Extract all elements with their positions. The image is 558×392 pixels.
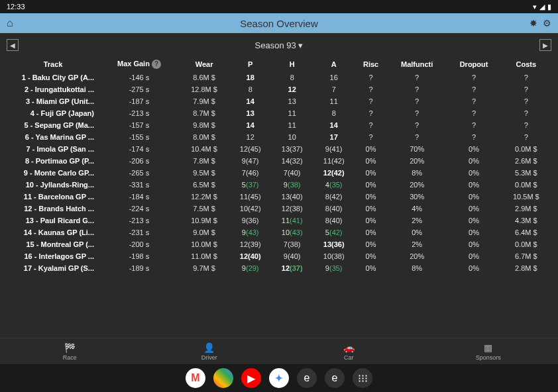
nav-race[interactable]: 🏁 Race — [0, 338, 140, 364]
system-dock: M ▶ ✦ e e ⁝⁝⁝ — [0, 364, 558, 392]
table-row[interactable]: 5 - Sepang GP (Ma... -157 s 9.8M $ 14 11… — [7, 119, 551, 131]
cell-p: 9(36) — [229, 215, 271, 226]
cell-p: 9(47) — [229, 155, 271, 167]
cell-track: 15 - Montreal GP (... — [7, 238, 99, 250]
cell-track: 6 - Yas Marina GP ... — [7, 131, 99, 143]
table-row[interactable]: 15 - Montreal GP (... -200 s 10.0M $ 12(… — [7, 238, 551, 250]
cell-costs: 2.6M $ — [501, 155, 551, 167]
cell-costs: ? — [501, 83, 551, 95]
cell-a: 11(42) — [313, 155, 355, 167]
cell-costs: ? — [501, 107, 551, 119]
cell-track: 1 - Baku City GP (A... — [7, 72, 99, 83]
table-row[interactable]: 7 - Imola GP (San ... -174 s 10.4M $ 12(… — [7, 143, 551, 155]
cell-mal: 20% — [387, 179, 447, 191]
season-selector: ◀ Season 93 ▾ ▶ — [0, 33, 558, 57]
cell-maxgain: -213 s — [99, 107, 179, 119]
table-row[interactable]: 6 - Yas Marina GP ... -155 s 8.0M $ 12 1… — [7, 131, 551, 143]
dock-app-e1[interactable]: e — [297, 368, 317, 388]
cell-p: 5(37) — [229, 179, 271, 191]
next-season-button[interactable]: ▶ — [539, 39, 551, 51]
col-mal: Malfuncti — [387, 57, 447, 72]
status-icons: ▾ ◢ ▮ — [533, 3, 551, 11]
cell-risc: ? — [355, 83, 387, 95]
table-row[interactable]: 1 - Baku City GP (A... -146 s 8.6M $ 18 … — [7, 72, 551, 83]
cell-mal: 30% — [387, 191, 447, 203]
table-row[interactable]: 4 - Fuji GP (Japan) -213 s 8.7M $ 13 11 … — [7, 107, 551, 119]
cell-h: 13(37) — [271, 143, 313, 155]
cell-maxgain: -265 s — [99, 167, 179, 179]
table-row[interactable]: 2 - Irungattukottai ... -275 s 12.8M $ 8… — [7, 83, 551, 95]
cell-costs: 10.5M $ — [501, 191, 551, 203]
cell-costs: 0.0M $ — [501, 238, 551, 250]
col-costs: Costs — [501, 57, 551, 72]
dock-app-e2[interactable]: e — [325, 368, 345, 388]
table-row[interactable]: 13 - Paul Ricard G... -213 s 10.9M $ 9(3… — [7, 215, 551, 226]
cell-track: 4 - Fuji GP (Japan) — [7, 107, 99, 119]
table-row[interactable]: 8 - Portimao GP (P... -206 s 7.8M $ 9(47… — [7, 155, 551, 167]
cell-track: 17 - Kyalami GP (S... — [7, 262, 99, 274]
cell-costs: 2.9M $ — [501, 203, 551, 215]
cell-wear: 6.5M $ — [179, 179, 229, 191]
cell-p: 8 — [229, 83, 271, 95]
cell-a: 9(41) — [313, 143, 355, 155]
nav-car[interactable]: 🚗 Car — [279, 338, 419, 364]
col-risc: Risc — [355, 57, 387, 72]
cell-mal: 4% — [387, 203, 447, 215]
cell-costs: 2.8M $ — [501, 262, 551, 274]
cell-risc: 0% — [355, 167, 387, 179]
nav-driver[interactable]: 👤 Driver — [140, 338, 280, 364]
cell-h: 9(40) — [271, 250, 313, 262]
cell-risc: ? — [355, 72, 387, 83]
table-row[interactable]: 14 - Kaunas GP (Li... -231 s 9.0M $ 9(43… — [7, 226, 551, 238]
table-row[interactable]: 17 - Kyalami GP (S... -189 s 9.7M $ 9(29… — [7, 262, 551, 274]
cell-mal: 70% — [387, 143, 447, 155]
cell-mal: 2% — [387, 215, 447, 226]
dock-photos[interactable]: ✦ — [269, 368, 289, 388]
settings-icon[interactable]: ⚙ — [543, 18, 551, 28]
cell-drop: 0% — [447, 203, 500, 215]
table-row[interactable]: 11 - Barcelona GP ... -184 s 12.2M $ 11(… — [7, 191, 551, 203]
table-row[interactable]: 12 - Brands Hatch ... -224 s 7.5M $ 10(4… — [7, 203, 551, 215]
col-maxgain: Max Gain ? — [99, 57, 179, 72]
cell-wear: 10.4M $ — [179, 143, 229, 155]
cell-mal: 0% — [387, 226, 447, 238]
dock-youtube[interactable]: ▶ — [241, 368, 261, 388]
cell-p: 10(42) — [229, 203, 271, 215]
cell-risc: 0% — [355, 262, 387, 274]
cell-p: 12(45) — [229, 143, 271, 155]
cell-p: 11(45) — [229, 191, 271, 203]
cell-maxgain: -213 s — [99, 215, 179, 226]
cell-risc: 0% — [355, 203, 387, 215]
cell-mal: ? — [387, 107, 447, 119]
dock-all-apps[interactable]: ⁝⁝⁝ — [353, 368, 372, 388]
prev-season-button[interactable]: ◀ — [7, 39, 19, 51]
table-row[interactable]: 16 - Interlagos GP ... -198 s 11.0M $ 12… — [7, 250, 551, 262]
cell-maxgain: -146 s — [99, 72, 179, 83]
season-dropdown[interactable]: Season 93 ▾ — [255, 40, 304, 50]
bug-icon[interactable]: ✸ — [530, 18, 537, 28]
table-row[interactable]: 3 - Miami GP (Unit... -187 s 7.9M $ 14 1… — [7, 95, 551, 107]
table-row[interactable]: 10 - Jyllands-Ring... -331 s 6.5M $ 5(37… — [7, 179, 551, 191]
cell-wear: 7.8M $ — [179, 155, 229, 167]
dock-chrome[interactable] — [213, 368, 233, 388]
dock-gmail[interactable]: M — [186, 368, 205, 388]
cell-a: 8(42) — [313, 191, 355, 203]
cell-mal: ? — [387, 95, 447, 107]
home-icon[interactable]: ⌂ — [7, 17, 13, 29]
cell-h: 12 — [271, 83, 313, 95]
cell-drop: 0% — [447, 167, 500, 179]
cell-costs: 6.7M $ — [501, 250, 551, 262]
cell-h: 10(43) — [271, 226, 313, 238]
cell-mal: 8% — [387, 167, 447, 179]
cell-risc: 0% — [355, 226, 387, 238]
nav-sponsors[interactable]: ▦ Sponsors — [419, 338, 559, 364]
cell-p: 14 — [229, 119, 271, 131]
cell-a: 9(35) — [313, 262, 355, 274]
cell-track: 13 - Paul Ricard G... — [7, 215, 99, 226]
cell-a: 17 — [313, 131, 355, 143]
help-icon[interactable]: ? — [152, 60, 161, 69]
cell-a: 5(42) — [313, 226, 355, 238]
cell-p: 9(43) — [229, 226, 271, 238]
table-row[interactable]: 9 - Monte Carlo GP... -265 s 9.5M $ 7(46… — [7, 167, 551, 179]
cell-risc: 0% — [355, 215, 387, 226]
